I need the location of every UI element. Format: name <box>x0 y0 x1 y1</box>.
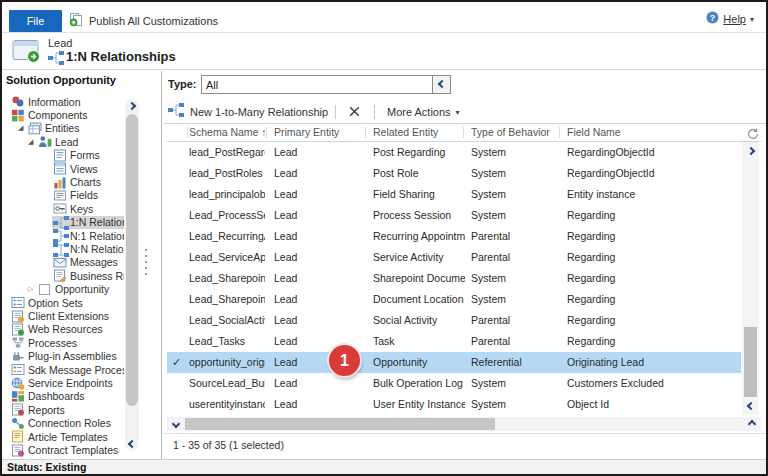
column-header-primary-entity[interactable]: Primary Entity <box>274 124 366 141</box>
new-relationship-button[interactable]: New 1-to-Many Relationship <box>168 103 328 121</box>
one-to-many-icon <box>53 216 67 229</box>
delete-button[interactable] <box>345 104 363 120</box>
grid-horizontal-scrollbar[interactable] <box>167 417 761 431</box>
sidebar-item-n-n-relationshi[interactable]: N:N Relationshi... <box>52 242 124 255</box>
row-selected-checkmark-icon: ✓ <box>172 352 181 373</box>
plug-in-assemblies-icon <box>11 350 25 363</box>
sidebar-item-lead[interactable]: ◢Lead <box>28 135 81 148</box>
sidebar-item-client-extensions[interactable]: Client Extensions <box>10 309 112 322</box>
sidebar-item-option-sets[interactable]: Option Sets <box>10 296 86 309</box>
sidebar-item-entities[interactable]: ◢Entities <box>18 122 82 135</box>
table-row[interactable]: lead_PostRolesLeadPost RoleSystemRegardi… <box>167 163 741 184</box>
sidebar-item-opportunity[interactable]: ▷Opportunity <box>28 283 112 296</box>
lead-entity-icon <box>12 38 42 68</box>
sidebar-scrollbar-thumb[interactable] <box>126 114 138 406</box>
sidebar-item-dashboards[interactable]: Dashboards <box>10 390 88 403</box>
table-row[interactable]: ✓opportunity_originating_le...LeadOpport… <box>167 352 741 373</box>
solution-explorer-sidebar: Solution Opportunity InformationComponen… <box>2 71 162 459</box>
opportunity-icon <box>38 283 52 296</box>
publish-label: Publish All Customizations <box>89 15 218 27</box>
type-filter-label: Type: <box>168 78 197 90</box>
charts-icon <box>53 176 67 189</box>
sidebar-item-contract-templates[interactable]: Contract Templates <box>10 443 121 456</box>
status-bar: Status: Existing <box>2 459 766 474</box>
sidebar-item-information[interactable]: Information <box>10 95 84 108</box>
grid-scroll-left-button[interactable] <box>169 417 183 431</box>
type-filter-dropdown-button[interactable] <box>432 76 450 93</box>
table-row[interactable]: Lead_ServiceAppointmentsLeadService Acti… <box>167 247 741 268</box>
table-row[interactable]: Lead_TasksLeadTaskParentalRegarding <box>167 331 741 352</box>
table-row[interactable]: Lead_SharepointDocumentLeadSharepoint Do… <box>167 268 741 289</box>
sidebar-item-sdk-message-processin[interactable]: Sdk Message Processin... <box>10 363 124 376</box>
reports-icon <box>11 403 25 416</box>
web-resources-icon <box>11 323 25 336</box>
sidebar-item-service-endpoints[interactable]: Service Endpoints <box>10 376 116 389</box>
table-row[interactable]: Lead_ProcessSessionsLeadProcess SessionS… <box>167 205 741 226</box>
sidebar-item-keys[interactable]: Keys <box>52 202 96 215</box>
option-sets-icon <box>11 296 25 309</box>
sidebar-item-reports[interactable]: Reports <box>10 403 68 416</box>
keys-icon <box>53 202 67 215</box>
sidebar-scrollbar[interactable] <box>125 99 139 451</box>
pane-splitter-grip[interactable] <box>144 249 148 279</box>
column-header-field-name[interactable]: Field Name <box>567 124 717 141</box>
many-to-many-icon <box>53 243 67 256</box>
client-extensions-icon <box>11 310 25 323</box>
table-row[interactable]: lead_principalobjectattribu...LeadField … <box>167 184 741 205</box>
sidebar-scroll-down-button[interactable] <box>125 437 139 451</box>
help-menu[interactable]: ? Help ▾ <box>706 10 754 28</box>
publish-all-customizations-button[interactable]: Publish All Customizations <box>69 10 218 32</box>
sidebar-item-views[interactable]: Views <box>52 162 101 175</box>
file-button[interactable]: File <box>9 10 62 32</box>
table-row[interactable]: Lead_RecurringAppointme...LeadRecurring … <box>167 226 741 247</box>
sidebar-item-messages[interactable]: Messages <box>52 256 121 269</box>
entity-name: Lead <box>48 37 72 49</box>
sidebar-item-article-templates[interactable]: Article Templates <box>10 430 111 443</box>
grid-vertical-scrollbar[interactable] <box>742 142 759 415</box>
grid-scroll-down-button[interactable] <box>742 399 759 413</box>
business-rules-icon <box>53 269 67 282</box>
grid-scroll-right-button[interactable] <box>745 417 759 431</box>
grid-scroll-up-button[interactable] <box>742 144 759 158</box>
help-caret-icon: ▾ <box>750 15 754 24</box>
service-endpoints-icon <box>11 377 25 390</box>
table-row[interactable]: Lead_SocialActivitiesLeadSocial Activity… <box>167 310 741 331</box>
help-label: Help <box>723 13 746 25</box>
table-row[interactable]: userentityinstancedata_leadLeadUser Enti… <box>167 394 741 415</box>
sidebar-item-processes[interactable]: Processes <box>10 336 80 349</box>
sidebar-item-fields[interactable]: Fields <box>52 189 101 202</box>
grid-vertical-scrollbar-thumb[interactable] <box>744 327 757 397</box>
new-relationship-label: New 1-to-Many Relationship <box>190 106 328 118</box>
connection-roles-icon <box>11 417 25 430</box>
column-header-type-of-behavior[interactable]: Type of Behavior <box>471 124 561 141</box>
contract-templates-icon <box>11 444 25 457</box>
table-row[interactable]: Lead_SharepointDocumen...LeadDocument Lo… <box>167 289 741 310</box>
table-row[interactable]: lead_PostRegardingsLeadPost RegardingSys… <box>167 142 741 163</box>
app-window: File Publish All Customizations ? Help ▾… <box>0 0 768 476</box>
table-row[interactable]: SourceLead_BulkOperation...LeadBulk Oper… <box>167 373 741 394</box>
sidebar-item-1-n-relationships[interactable]: 1:N Relationships <box>52 216 124 229</box>
column-header-schema-name[interactable]: Schema Name ↑ <box>189 124 265 141</box>
sidebar-item-components[interactable]: Components <box>10 108 91 121</box>
more-actions-button[interactable]: More Actions ▾ <box>387 103 460 121</box>
dashboards-icon <box>11 390 25 403</box>
sidebar-item-plug-in-assemblies[interactable]: Plug-in Assemblies <box>10 350 120 363</box>
tree-expanded-arrow-icon[interactable]: ◢ <box>18 124 27 132</box>
column-separator <box>266 127 267 138</box>
sidebar-scroll-up-button[interactable] <box>125 99 139 113</box>
tree-expanded-arrow-icon[interactable]: ◢ <box>28 138 37 146</box>
grid-horizontal-scrollbar-thumb[interactable] <box>185 418 495 430</box>
messages-icon <box>53 256 67 269</box>
type-filter-select[interactable]: All <box>201 75 451 94</box>
delete-x-icon <box>349 103 360 121</box>
sidebar-item-connection-roles[interactable]: Connection Roles <box>10 417 114 430</box>
sidebar-item-business-rules[interactable]: Business Rules <box>52 269 124 282</box>
sdk-message-processing-icon <box>11 363 25 376</box>
lead-icon <box>38 135 52 148</box>
sidebar-item-n-1-relationships[interactable]: N:1 Relationships <box>52 229 124 242</box>
sidebar-item-web-resources[interactable]: Web Resources <box>10 323 106 336</box>
column-header-related-entity[interactable]: Related Entity <box>373 124 465 141</box>
sidebar-item-forms[interactable]: Forms <box>52 149 103 162</box>
sidebar-item-charts[interactable]: Charts <box>52 175 104 188</box>
tree-collapsed-arrow-icon[interactable]: ▷ <box>28 285 37 293</box>
